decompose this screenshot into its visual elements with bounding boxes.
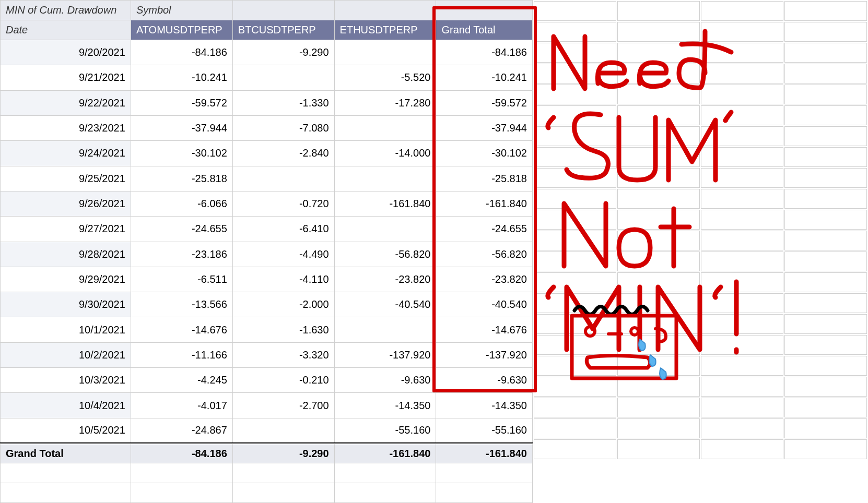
column-header-btcusdtperp[interactable]: BTCUSDTPERP: [232, 20, 334, 40]
value-cell[interactable]: -30.102: [436, 141, 533, 166]
empty-cell[interactable]: [784, 43, 867, 63]
value-cell[interactable]: -137.920: [334, 342, 436, 367]
empty-cell[interactable]: [1, 463, 131, 483]
value-cell[interactable]: -5.520: [334, 65, 436, 90]
empty-cell[interactable]: [617, 105, 700, 125]
empty-cell[interactable]: [701, 398, 783, 417]
empty-cell[interactable]: [701, 252, 783, 271]
empty-cell[interactable]: [701, 168, 783, 188]
empty-cell[interactable]: [534, 356, 616, 376]
value-cell[interactable]: -0.210: [232, 368, 334, 393]
empty-cell[interactable]: [617, 356, 700, 376]
value-cell[interactable]: -25.818: [436, 166, 533, 191]
empty-cell[interactable]: [617, 85, 700, 104]
empty-cell[interactable]: [784, 377, 867, 397]
empty-cell[interactable]: [534, 64, 616, 83]
value-cell[interactable]: -55.160: [436, 418, 533, 443]
date-cell[interactable]: 9/28/2021: [1, 242, 131, 267]
empty-cell[interactable]: [701, 439, 783, 459]
empty-cell[interactable]: [617, 272, 700, 292]
empty-cell[interactable]: [534, 189, 616, 209]
value-cell[interactable]: -37.944: [131, 115, 232, 140]
date-cell[interactable]: 10/2/2021: [1, 342, 131, 367]
empty-cell[interactable]: [232, 483, 334, 503]
date-cell[interactable]: 10/5/2021: [1, 418, 131, 443]
empty-cell[interactable]: [784, 210, 867, 230]
empty-cell[interactable]: [131, 483, 232, 503]
empty-cell[interactable]: [701, 126, 783, 146]
value-cell[interactable]: -161.840: [436, 191, 533, 216]
empty-cell[interactable]: [784, 64, 867, 83]
column-header-grand-total[interactable]: Grand Total: [436, 20, 533, 40]
value-cell[interactable]: [334, 317, 436, 342]
empty-cell[interactable]: [784, 231, 867, 250]
value-cell[interactable]: [334, 166, 436, 191]
value-cell[interactable]: -14.676: [436, 317, 533, 342]
empty-cell[interactable]: [701, 314, 783, 334]
empty-cell[interactable]: [784, 252, 867, 271]
column-header-ethusdtperp[interactable]: ETHUSDTPERP: [334, 20, 436, 40]
value-cell[interactable]: -4.490: [232, 242, 334, 267]
pivot-corner-label[interactable]: MIN of Cum. Drawdown: [1, 1, 131, 20]
value-cell[interactable]: -3.320: [232, 342, 334, 367]
value-cell[interactable]: -56.820: [334, 242, 436, 267]
value-cell[interactable]: -23.820: [436, 267, 533, 292]
pivot-column-group-label[interactable]: Symbol: [131, 1, 232, 20]
empty-cell[interactable]: [617, 231, 700, 250]
empty-cell[interactable]: [701, 1, 783, 21]
value-cell[interactable]: -14.676: [131, 317, 232, 342]
value-cell[interactable]: -6.066: [131, 191, 232, 216]
empty-cell[interactable]: [784, 272, 867, 292]
value-cell[interactable]: -14.350: [436, 393, 533, 418]
value-cell[interactable]: -2.000: [232, 292, 334, 317]
value-cell[interactable]: -1.630: [232, 317, 334, 342]
empty-cell[interactable]: [534, 293, 616, 313]
empty-cell[interactable]: [534, 126, 616, 146]
empty-cell[interactable]: [701, 210, 783, 230]
value-cell[interactable]: -9.290: [232, 40, 334, 65]
value-cell[interactable]: -23.186: [131, 242, 232, 267]
empty-cell[interactable]: [617, 293, 700, 313]
value-cell[interactable]: -59.572: [436, 90, 533, 115]
value-cell[interactable]: [334, 217, 436, 242]
value-cell[interactable]: -6.410: [232, 217, 334, 242]
empty-cell[interactable]: [617, 147, 700, 167]
empty-cell[interactable]: [534, 272, 616, 292]
empty-cell[interactable]: [534, 377, 616, 397]
empty-cell[interactable]: [784, 168, 867, 188]
value-cell[interactable]: -11.166: [131, 342, 232, 367]
value-cell[interactable]: -0.720: [232, 191, 334, 216]
value-cell[interactable]: [232, 166, 334, 191]
empty-cell[interactable]: [701, 22, 783, 42]
empty-cell[interactable]: [534, 210, 616, 230]
value-cell[interactable]: -14.000: [334, 141, 436, 166]
value-cell[interactable]: -24.867: [131, 418, 232, 443]
empty-cell[interactable]: [701, 418, 783, 438]
value-cell[interactable]: -25.818: [131, 166, 232, 191]
date-cell[interactable]: 10/3/2021: [1, 368, 131, 393]
empty-cell[interactable]: [617, 377, 700, 397]
value-cell[interactable]: -7.080: [232, 115, 334, 140]
empty-cell[interactable]: [617, 1, 700, 21]
date-cell[interactable]: 9/24/2021: [1, 141, 131, 166]
empty-cell[interactable]: [534, 105, 616, 125]
value-cell[interactable]: -14.350: [334, 393, 436, 418]
empty-cell[interactable]: [701, 293, 783, 313]
value-cell[interactable]: -56.820: [436, 242, 533, 267]
value-cell[interactable]: -59.572: [131, 90, 232, 115]
value-cell[interactable]: -24.655: [436, 217, 533, 242]
empty-cell[interactable]: [701, 147, 783, 167]
empty-cell[interactable]: [701, 105, 783, 125]
empty-cell[interactable]: [701, 85, 783, 104]
empty-cell[interactable]: [617, 126, 700, 146]
empty-cell[interactable]: [784, 314, 867, 334]
empty-cell[interactable]: [534, 439, 616, 459]
empty-cell[interactable]: [784, 1, 867, 21]
empty-cell[interactable]: [617, 439, 700, 459]
empty-cell[interactable]: [784, 293, 867, 313]
empty-cell[interactable]: [784, 356, 867, 376]
empty-cell[interactable]: [131, 463, 232, 483]
empty-cell[interactable]: [617, 252, 700, 271]
empty-cell[interactable]: [701, 64, 783, 83]
value-cell[interactable]: -4.017: [131, 393, 232, 418]
